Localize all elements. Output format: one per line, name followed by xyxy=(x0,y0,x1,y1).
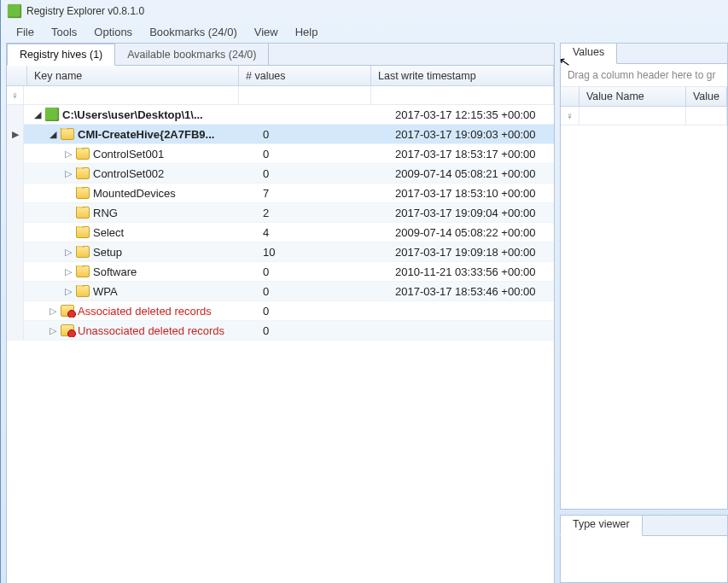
values-col-value[interactable]: Value xyxy=(686,87,727,106)
row-gutter xyxy=(7,321,24,340)
menu-options[interactable]: Options xyxy=(85,24,141,40)
tree-row[interactable]: ▷Setup102017-03-17 19:09:18 +00:00 xyxy=(7,242,554,262)
tree-row[interactable]: ▷ControlSet00102017-03-17 18:53:17 +00:0… xyxy=(7,144,554,164)
tree-toggle-icon[interactable]: ▷ xyxy=(48,306,57,317)
cell-timestamp: 2017-03-17 19:09:03 +00:00 xyxy=(388,128,554,141)
filter-values[interactable] xyxy=(239,86,371,104)
values-filter-value[interactable] xyxy=(686,107,727,125)
cell-values: 0 xyxy=(256,324,388,337)
folder-deleted-icon xyxy=(61,324,74,336)
values-col-name[interactable]: Value Name xyxy=(579,87,686,106)
key-label: C:\Users\user\Desktop\1\... xyxy=(62,108,203,121)
cell-values: 7 xyxy=(256,187,388,200)
menu-view[interactable]: View xyxy=(246,24,287,40)
tree-toggle-icon[interactable]: ▷ xyxy=(63,286,73,297)
cell-values: 0 xyxy=(256,128,388,141)
cell-key-name[interactable]: Select xyxy=(24,226,256,239)
tree-row[interactable]: MountedDevices72017-03-17 18:53:10 +00:0… xyxy=(7,184,554,203)
cell-key-name[interactable]: ▷ControlSet001 xyxy=(24,148,256,160)
tree-row[interactable]: ▶◢CMI-CreateHive{2A7FB9...02017-03-17 19… xyxy=(7,125,554,144)
filter-icon[interactable]: ♀ xyxy=(7,86,24,104)
menu-bookmarks[interactable]: Bookmarks (24/0) xyxy=(141,24,246,40)
tree-body[interactable]: ◢C:\Users\user\Desktop\1\...2017-03-17 1… xyxy=(7,105,554,583)
menu-help[interactable]: Help xyxy=(287,24,327,40)
row-gutter xyxy=(7,203,24,222)
folder-icon xyxy=(76,148,90,160)
cell-timestamp: 2010-11-21 03:33:56 +00:00 xyxy=(388,265,554,278)
cell-key-name[interactable]: ◢C:\Users\user\Desktop\1\... xyxy=(24,108,256,121)
filter-timestamp[interactable] xyxy=(371,86,554,104)
values-grid-body[interactable] xyxy=(561,125,727,509)
group-by-hint[interactable]: Drag a column header here to gr xyxy=(561,64,727,86)
cell-key-name[interactable]: ▷Associated deleted records xyxy=(24,305,256,318)
cell-timestamp: 2017-03-17 18:53:10 +00:00 xyxy=(388,187,554,200)
filter-key[interactable] xyxy=(24,86,239,104)
cell-key-name[interactable]: ▷Unassociated deleted records xyxy=(24,324,256,337)
col-key-name[interactable]: Key name xyxy=(27,66,239,85)
values-columns-header: Value Name Value xyxy=(561,86,727,107)
cell-values: 2 xyxy=(256,207,388,219)
tab-values[interactable]: Values xyxy=(560,43,617,64)
key-label: CMI-CreateHive{2A7FB9... xyxy=(78,128,214,141)
tree-row[interactable]: ▷WPA02017-03-17 18:53:46 +00:00 xyxy=(7,282,554,301)
values-tabs: Values xyxy=(561,44,727,64)
tree-toggle-icon[interactable]: ▷ xyxy=(63,149,73,160)
values-filter-icon[interactable]: ♀ xyxy=(561,107,579,125)
tree-filter-row: ♀ xyxy=(7,86,554,105)
folder-icon xyxy=(76,265,90,277)
cell-key-name[interactable]: RNG xyxy=(24,207,256,219)
key-label: Associated deleted records xyxy=(78,305,212,318)
cell-timestamp: 2009-07-14 05:08:21 +00:00 xyxy=(388,167,554,180)
cell-key-name[interactable]: MountedDevices xyxy=(24,187,256,200)
cell-key-name[interactable]: ◢CMI-CreateHive{2A7FB9... xyxy=(24,128,256,141)
row-gutter xyxy=(7,105,24,124)
tree-row[interactable]: ◢C:\Users\user\Desktop\1\...2017-03-17 1… xyxy=(7,105,554,125)
tree-columns-header: Key name # values Last write timestamp xyxy=(7,66,554,86)
folder-deleted-icon xyxy=(61,305,74,317)
col-timestamp[interactable]: Last write timestamp xyxy=(371,66,554,85)
type-viewer-tabs: Type viewer xyxy=(561,516,727,536)
tree-row[interactable]: ▷Unassociated deleted records0 xyxy=(7,321,554,341)
row-gutter xyxy=(7,242,24,261)
content-area: Registry hives (1) Available bookmarks (… xyxy=(1,41,728,583)
tree-toggle-icon[interactable]: ▷ xyxy=(48,325,57,336)
tree-row[interactable]: RNG22017-03-17 19:09:04 +00:00 xyxy=(7,203,554,223)
values-col-spacer xyxy=(561,87,579,106)
folder-icon xyxy=(76,207,90,219)
tree-toggle-icon[interactable]: ▷ xyxy=(63,266,73,277)
folder-icon xyxy=(76,187,90,199)
tree-toggle-icon[interactable]: ◢ xyxy=(48,129,57,140)
type-viewer-body xyxy=(561,536,727,582)
folder-icon xyxy=(76,285,90,297)
folder-icon xyxy=(76,246,90,258)
tab-type-viewer[interactable]: Type viewer xyxy=(560,515,643,536)
tree-row[interactable]: ▷Software02010-11-21 03:33:56 +00:00 xyxy=(7,262,554,282)
tree-row[interactable]: ▷Associated deleted records0 xyxy=(7,301,554,321)
cell-key-name[interactable]: ▷ControlSet002 xyxy=(24,167,256,180)
cell-key-name[interactable]: ▷Software xyxy=(24,265,256,278)
row-gutter xyxy=(7,262,24,281)
cell-key-name[interactable]: ▷Setup xyxy=(24,246,256,259)
tree-toggle-icon[interactable]: ◢ xyxy=(32,109,42,120)
tree-toggle-icon[interactable]: ▷ xyxy=(63,247,73,258)
tree-row[interactable]: ▷ControlSet00202009-07-14 05:08:21 +00:0… xyxy=(7,164,554,184)
cell-key-name[interactable]: ▷WPA xyxy=(24,285,256,298)
col-spacer xyxy=(7,66,27,85)
col-values[interactable]: # values xyxy=(239,66,371,85)
values-filter-name[interactable] xyxy=(579,107,686,125)
cell-values: 10 xyxy=(256,246,388,259)
row-gutter xyxy=(7,164,24,183)
menu-file[interactable]: File xyxy=(8,24,43,40)
right-panel: Values Drag a column header here to gr V… xyxy=(560,43,728,583)
tab-registry-hives[interactable]: Registry hives (1) xyxy=(7,44,115,66)
cell-timestamp: 2017-03-17 18:53:17 +00:00 xyxy=(388,148,554,160)
row-gutter xyxy=(7,223,24,242)
cell-timestamp: 2017-03-17 19:09:04 +00:00 xyxy=(388,207,554,219)
tab-available-bookmarks[interactable]: Available bookmarks (24/0) xyxy=(115,44,269,65)
row-gutter: ▶ xyxy=(7,125,24,143)
cell-values: 0 xyxy=(256,265,388,278)
tree-row[interactable]: Select42009-07-14 05:08:22 +00:00 xyxy=(7,223,554,242)
row-gutter xyxy=(7,184,24,202)
menu-tools[interactable]: Tools xyxy=(43,24,85,40)
tree-toggle-icon[interactable]: ▷ xyxy=(63,168,73,179)
